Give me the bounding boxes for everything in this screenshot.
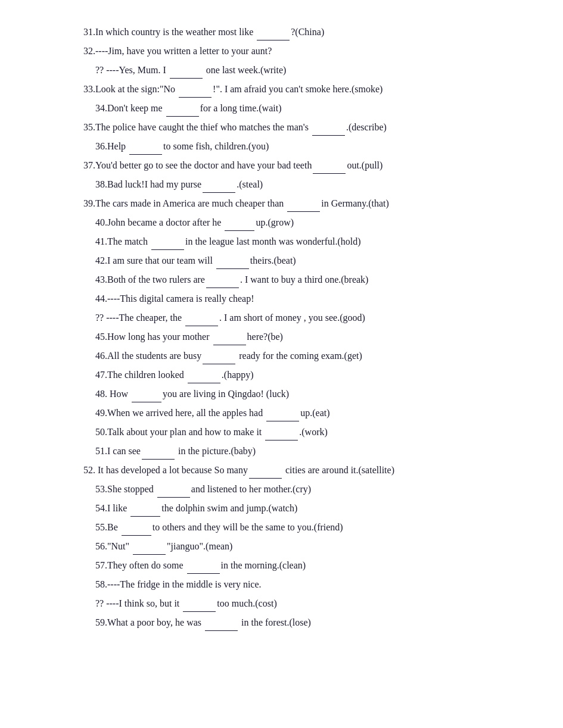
text-before-59: 59.What a poor boy, he was bbox=[95, 617, 204, 627]
text-after-42: theirs.(beat) bbox=[250, 255, 296, 265]
exercise-item-35: 35.The police have caught the thief who … bbox=[83, 119, 527, 136]
exercise-item-47: 47.The children looked .(happy) bbox=[83, 367, 527, 383]
text-after-38: .(steal) bbox=[237, 179, 263, 189]
text-after-53: and listened to her mother.(cry) bbox=[191, 484, 311, 494]
blank-32b bbox=[170, 78, 203, 79]
text-after-45: here?(be) bbox=[247, 332, 283, 342]
text-after-58b: too much.(cost) bbox=[217, 598, 276, 608]
text-before-37: 37.You'd better go to see the doctor and… bbox=[83, 160, 312, 170]
text-after-50: .(work) bbox=[299, 427, 328, 437]
text-after-33: !". I am afraid you can't smoke here.(sm… bbox=[213, 84, 382, 94]
text-after-49: up.(eat) bbox=[300, 408, 329, 418]
text-before-54: 54.I like bbox=[95, 503, 129, 513]
blank-37 bbox=[313, 173, 346, 174]
text-before-58b: ?? ----I think so, but it bbox=[95, 598, 182, 608]
text-before-38: 38.Bad luck!I had my purse bbox=[95, 179, 201, 189]
exercise-item-37: 37.You'd better go to see the doctor and… bbox=[83, 157, 527, 174]
text-after-35: .(describe) bbox=[346, 122, 387, 132]
blank-53 bbox=[157, 497, 190, 498]
text-58: 58.----The fridge in the middle is very … bbox=[95, 579, 262, 589]
blank-44b bbox=[185, 326, 218, 326]
exercise-item-52: 52. It has developed a lot because So ma… bbox=[83, 462, 527, 479]
text-before-34: 34.Don't keep me bbox=[95, 103, 165, 113]
exercise-item-55: 55.Be to others and they will be the sam… bbox=[83, 519, 527, 536]
text-before-50: 50.Talk about your plan and how to make … bbox=[95, 427, 264, 437]
text-after-56: "jianguo".(mean) bbox=[167, 541, 232, 551]
blank-45 bbox=[213, 345, 246, 345]
text-after-39: in Germany.(that) bbox=[321, 198, 389, 208]
text-before-45: 45.How long has your mother bbox=[95, 332, 212, 342]
blank-49 bbox=[266, 421, 299, 421]
text-after-40: up.(grow) bbox=[256, 217, 294, 227]
blank-36 bbox=[129, 154, 162, 155]
text-after-59: in the forest.(lose) bbox=[239, 617, 311, 627]
text-after-31: ?(China) bbox=[291, 27, 324, 37]
blank-39 bbox=[287, 211, 320, 212]
exercise-item-44: 44.----This digital camera is really che… bbox=[83, 290, 527, 307]
exercise-item-49: 49.When we arrived here, all the apples … bbox=[83, 405, 527, 421]
blank-50 bbox=[265, 440, 298, 440]
exercise-item-50: 50.Talk about your plan and how to make … bbox=[83, 424, 527, 440]
text-after-57: in the morning.(clean) bbox=[221, 560, 306, 570]
exercise-list: 31.In which country is the weather most … bbox=[83, 24, 527, 631]
text-before-44b: ?? ----The cheaper, the bbox=[95, 313, 184, 323]
exercise-item-38: 38.Bad luck!I had my purse.(steal) bbox=[83, 176, 527, 193]
blank-40 bbox=[225, 230, 254, 231]
text-after-48: you are living in Qingdao! (luck) bbox=[163, 389, 289, 399]
exercise-item-32b: ?? ----Yes, Mum. I one last week.(write) bbox=[83, 62, 527, 79]
blank-41 bbox=[151, 249, 184, 250]
text-before-49: 49.When we arrived here, all the apples … bbox=[95, 408, 265, 418]
text-after-32b: one last week.(write) bbox=[204, 65, 287, 75]
text-before-36: 36.Help bbox=[95, 141, 128, 151]
exercise-item-33: 33.Look at the sign:"No !". I am afraid … bbox=[83, 81, 527, 98]
exercise-item-46: 46.All the students are busy ready for t… bbox=[83, 348, 527, 364]
blank-56 bbox=[133, 554, 166, 555]
text-after-52: cities are around it.(satellite) bbox=[283, 465, 394, 475]
text-before-52: 52. It has developed a lot because So ma… bbox=[83, 465, 248, 475]
text-after-54: the dolphin swim and jump.(watch) bbox=[161, 503, 297, 513]
exercise-item-32: 32.----Jim, have you written a letter to… bbox=[83, 43, 527, 60]
blank-48 bbox=[132, 402, 161, 402]
exercise-item-53: 53.She stopped and listened to her mothe… bbox=[83, 481, 527, 498]
blank-33 bbox=[179, 97, 211, 98]
blank-43 bbox=[206, 288, 239, 288]
blank-31 bbox=[257, 40, 290, 40]
exercise-item-54: 54.I like the dolphin swim and jump.(wat… bbox=[83, 500, 527, 517]
exercise-item-59: 59.What a poor boy, he was in the forest… bbox=[83, 614, 527, 631]
text-after-41: in the league last month was wonderful.(… bbox=[185, 236, 361, 246]
exercise-item-36: 36.Help to some fish, children.(you) bbox=[83, 138, 527, 155]
blank-46 bbox=[203, 364, 235, 364]
text-before-46: 46.All the students are busy bbox=[95, 351, 201, 361]
blank-54 bbox=[130, 516, 160, 517]
text-32: 32.----Jim, have you written a letter to… bbox=[83, 46, 272, 56]
exercise-item-48: 48. How you are living in Qingdao! (luck… bbox=[83, 386, 527, 402]
text-after-51: in the picture.(baby) bbox=[176, 446, 256, 456]
exercise-item-56: 56."Nut" "jianguo".(mean) bbox=[83, 538, 527, 555]
text-before-31: 31.In which country is the weather most … bbox=[83, 27, 256, 37]
text-before-39: 39.The cars made in America are much che… bbox=[83, 198, 286, 208]
exercise-item-40: 40.John became a doctor after he up.(gro… bbox=[83, 214, 527, 231]
exercise-item-45: 45.How long has your mother here?(be) bbox=[83, 329, 527, 345]
blank-51 bbox=[142, 459, 175, 460]
text-before-43: 43.Both of the two rulers are bbox=[95, 274, 205, 285]
exercise-item-51: 51.I can see in the picture.(baby) bbox=[83, 443, 527, 460]
blank-52 bbox=[249, 478, 282, 479]
exercise-item-57: 57.They often do some in the morning.(cl… bbox=[83, 557, 527, 574]
blank-38 bbox=[203, 192, 235, 193]
exercise-item-43: 43.Both of the two rulers are. I want to… bbox=[83, 271, 527, 288]
blank-47 bbox=[188, 383, 220, 383]
exercise-item-41: 41.The match in the league last month wa… bbox=[83, 233, 527, 250]
blank-42 bbox=[216, 268, 249, 269]
text-before-51: 51.I can see bbox=[95, 446, 141, 456]
text-before-57: 57.They often do some bbox=[95, 560, 186, 570]
text-after-47: .(happy) bbox=[222, 370, 254, 380]
exercise-item-31: 31.In which country is the weather most … bbox=[83, 24, 527, 40]
blank-55 bbox=[122, 535, 151, 536]
exercise-item-58: 58.----The fridge in the middle is very … bbox=[83, 576, 527, 593]
exercise-item-34: 34.Don't keep me for a long time.(wait) bbox=[83, 100, 527, 117]
exercise-item-44b: ?? ----The cheaper, the . I am short of … bbox=[83, 310, 527, 326]
text-before-32b: ?? ----Yes, Mum. I bbox=[95, 65, 169, 75]
text-after-55: to others and they will be the same to y… bbox=[153, 522, 343, 532]
text-44: 44.----This digital camera is really che… bbox=[95, 293, 254, 304]
text-before-53: 53.She stopped bbox=[95, 484, 156, 494]
